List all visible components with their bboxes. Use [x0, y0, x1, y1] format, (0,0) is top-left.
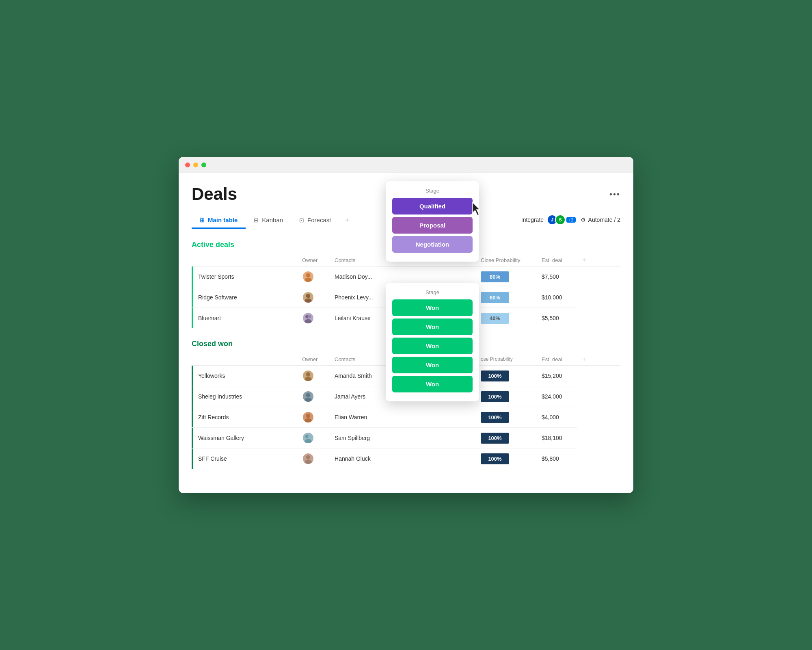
- est-deal-cell: $10,000: [537, 287, 577, 308]
- automate-label: Automate / 2: [588, 217, 620, 223]
- automate-icon: ⚙: [581, 217, 586, 223]
- svg-point-7: [306, 372, 310, 376]
- tab-forecast[interactable]: ⊡ Forecast: [291, 212, 339, 229]
- stage-option-qualified[interactable]: Qualified: [392, 198, 473, 214]
- integrate-button[interactable]: Integrate J S +2: [521, 214, 576, 225]
- svg-point-11: [306, 414, 310, 418]
- forecast-icon: ⊡: [299, 217, 304, 223]
- integrate-label: Integrate: [521, 217, 544, 223]
- prob-cell: 100%: [476, 386, 537, 407]
- avatar: [302, 271, 314, 283]
- owner-cell: [297, 266, 330, 287]
- svg-point-2: [306, 294, 310, 298]
- owner-cell: [297, 407, 330, 428]
- table-row: Waissman Gallery Sam Spillberg 100%: [192, 428, 620, 448]
- svg-point-9: [306, 393, 310, 397]
- avatar: [302, 312, 314, 324]
- stage-dropdown-top: Stage Qualified Proposal Negotiation: [386, 181, 479, 262]
- stage-option-won-4[interactable]: Won: [392, 357, 473, 373]
- close-dot[interactable]: [185, 162, 190, 167]
- stage-option-won-3[interactable]: Won: [392, 338, 473, 354]
- prob-cell: 100%: [476, 366, 537, 386]
- col-header-owner-cw: Owner: [297, 353, 330, 366]
- automate-button[interactable]: ⚙ Automate / 2: [581, 217, 620, 223]
- avatar: [302, 370, 314, 382]
- integration-badge: +2: [566, 217, 576, 223]
- est-deal-cell: $4,000: [537, 407, 577, 428]
- probability-badge: 100%: [481, 433, 509, 444]
- add-column-icon[interactable]: +: [582, 256, 586, 263]
- svg-point-1: [304, 278, 311, 283]
- main-table-icon: ⊞: [200, 217, 205, 223]
- col-header-deal-cw: Est. deal: [537, 353, 577, 366]
- deal-name-waissman[interactable]: Waissman Gallery: [192, 428, 297, 448]
- deal-name-sff[interactable]: SFF Cruise: [192, 448, 297, 469]
- deal-name-bluemart[interactable]: Bluemart: [192, 308, 297, 329]
- stage-option-won-5[interactable]: Won: [392, 376, 473, 392]
- svg-point-8: [304, 377, 311, 382]
- owner-cell: [297, 308, 330, 329]
- svg-point-17: [304, 460, 311, 465]
- stage-option-won-2[interactable]: Won: [392, 318, 473, 335]
- owner-cell: [297, 386, 330, 407]
- browser-chrome: [179, 157, 633, 173]
- prob-cell: 60%: [476, 287, 537, 308]
- deal-name-yelloworks[interactable]: Yelloworks: [192, 366, 297, 386]
- contacts-cell: Hannah Gluck: [330, 448, 411, 469]
- stage-dropdown-bottom-label: Stage: [392, 289, 473, 295]
- deal-name-sheleg[interactable]: Sheleg Industries: [192, 386, 297, 407]
- est-deal-cell: $18,100: [537, 428, 577, 448]
- cursor-icon: [471, 202, 482, 216]
- tab-main-table[interactable]: ⊞ Main table: [192, 212, 246, 229]
- more-menu-button[interactable]: •••: [609, 190, 620, 199]
- contacts-cell: Elian Warren: [330, 407, 411, 428]
- stage-option-proposal[interactable]: Proposal: [392, 217, 473, 234]
- owner-cell: [297, 448, 330, 469]
- probability-badge: 100%: [481, 370, 509, 381]
- svg-point-14: [308, 435, 311, 438]
- table-row: SFF Cruise Hannah Gluck 100%: [192, 448, 620, 469]
- stage-option-negotiation[interactable]: Negotiation: [392, 236, 473, 253]
- prob-cell: 100%: [476, 448, 537, 469]
- browser-window: Deals ••• ⊞ Main table ⊟ Kanban ⊡ Foreca…: [179, 157, 633, 493]
- tab-kanban-label: Kanban: [262, 217, 283, 223]
- tab-add-button[interactable]: +: [339, 212, 355, 229]
- deal-name-ridge[interactable]: Ridge Software: [192, 287, 297, 308]
- col-header-name-cw: [192, 353, 297, 366]
- cursor-container: [471, 202, 482, 218]
- svg-point-12: [304, 418, 311, 423]
- tab-forecast-label: Forecast: [307, 217, 331, 223]
- deal-name-twister[interactable]: Twister Sports: [192, 266, 297, 287]
- avatar: [302, 411, 314, 423]
- svg-point-16: [306, 455, 310, 459]
- svg-point-3: [304, 299, 311, 303]
- deal-name-zift[interactable]: Zift Records: [192, 407, 297, 428]
- probability-badge: 100%: [481, 453, 509, 464]
- add-column-cw-icon[interactable]: +: [582, 355, 586, 362]
- col-header-prob: Close Probability: [476, 254, 537, 266]
- probability-badge: 60%: [481, 292, 509, 303]
- maximize-dot[interactable]: [201, 162, 206, 167]
- avatar: [302, 390, 314, 403]
- est-deal-cell: $24,000: [537, 386, 577, 407]
- stage-dropdown-bottom: Stage Won Won Won Won Won: [386, 283, 479, 401]
- owner-cell: [297, 366, 330, 386]
- svg-point-6: [304, 319, 311, 324]
- owner-cell: [297, 287, 330, 308]
- svg-point-5: [308, 315, 311, 318]
- est-deal-cell: $5,500: [537, 308, 577, 329]
- prob-cell: 40%: [476, 308, 537, 329]
- col-header-name: [192, 254, 297, 266]
- prob-cell: 100%: [476, 407, 537, 428]
- minimize-dot[interactable]: [193, 162, 198, 167]
- avatar: [302, 432, 314, 444]
- col-header-owner: Owner: [297, 254, 330, 266]
- prob-cell: 100%: [476, 428, 537, 448]
- right-actions: Integrate J S +2 ⚙ Automate / 2: [521, 214, 620, 227]
- stage-cell: [411, 448, 476, 469]
- contacts-cell: Sam Spillberg: [330, 428, 411, 448]
- tab-kanban[interactable]: ⊟ Kanban: [246, 212, 291, 229]
- svg-point-10: [304, 398, 311, 403]
- svg-point-15: [304, 439, 311, 444]
- stage-option-won-1[interactable]: Won: [392, 299, 473, 316]
